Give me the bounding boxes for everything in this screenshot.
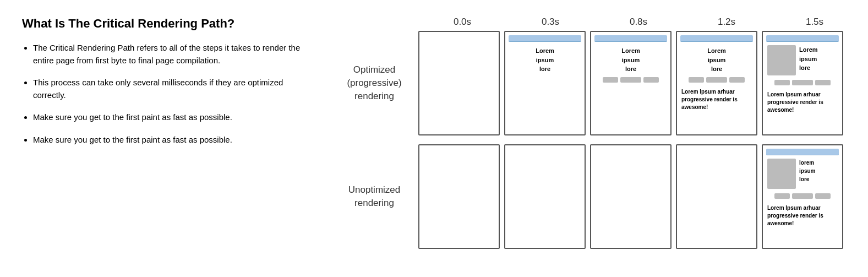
optimized-frames: Loremipsumlore Loremipsumlore Loremipsum… <box>418 31 843 135</box>
frame-body-text: Lorem Ipsum arhuar progressive render is… <box>677 86 756 113</box>
blue-bar <box>766 149 839 155</box>
optimized-frame-3: Loremipsumlore Lorem Ipsum arhuar progre… <box>676 31 757 135</box>
frame-text: Loremipsumlore <box>799 45 818 75</box>
placeholder-block <box>815 80 831 85</box>
placeholder-block <box>689 77 704 83</box>
unoptimized-frame-4: loremipsumlore Lorem Ipsum arhuar progre… <box>762 144 843 249</box>
bullet-item-3: Make sure you get to the first paint as … <box>33 111 308 124</box>
placeholder-block <box>620 77 641 83</box>
optimized-row: Optimized(progressive)rendering Loremips… <box>330 31 859 135</box>
left-panel: What Is The Critical Rendering Path? The… <box>22 17 330 156</box>
page-title: What Is The Critical Rendering Path? <box>22 17 308 31</box>
frame-text: Loremipsumlore <box>677 44 756 74</box>
blue-bar <box>509 35 581 42</box>
time-label-0: 0.0s <box>418 17 506 28</box>
timeline-header: 0.0s 0.3s 0.8s 1.2s 1.5s <box>330 17 859 28</box>
unoptimized-frame-0 <box>418 144 500 249</box>
placeholder-block <box>774 80 790 85</box>
placeholder-blocks <box>591 74 670 86</box>
bullet-item-2: This process can take only several milli… <box>33 77 308 101</box>
placeholder-block <box>815 193 831 199</box>
frame-text: loremipsumlore <box>799 159 815 189</box>
unoptimized-frame-1 <box>504 144 586 249</box>
placeholder-block <box>643 77 659 83</box>
frame-text: Loremipsumlore <box>505 44 585 74</box>
placeholder-block <box>603 77 618 83</box>
unoptimized-row: Unoptimizedrendering loremipsumlore <box>330 144 859 249</box>
time-label-3: 1.2s <box>683 17 771 28</box>
placeholder-block <box>792 193 813 199</box>
right-panel: 0.0s 0.3s 0.8s 1.2s 1.5s Optimized(progr… <box>330 17 859 249</box>
placeholder-blocks <box>763 77 842 89</box>
optimized-label: Optimized(progressive)rendering <box>330 63 418 102</box>
placeholder-block <box>729 77 745 83</box>
unoptimized-frames: loremipsumlore Lorem Ipsum arhuar progre… <box>418 144 843 249</box>
time-label-1: 0.3s <box>506 17 594 28</box>
gray-image <box>767 159 796 189</box>
optimized-frame-0 <box>418 31 500 135</box>
unoptimized-frame-2 <box>590 144 672 249</box>
frame-text: Loremipsumlore <box>591 44 670 74</box>
unoptimized-frame-3 <box>676 144 757 249</box>
time-label-4: 1.5s <box>771 17 859 28</box>
placeholder-block <box>792 80 813 85</box>
optimized-frame-4: Loremipsumlore Lorem Ipsum arhuar progre… <box>762 31 843 135</box>
unoptimized-label: Unoptimizedrendering <box>330 183 418 210</box>
bullet-list: The Critical Rendering Path refers to al… <box>22 42 308 146</box>
optimized-frame-1: Loremipsumlore <box>504 31 586 135</box>
blue-bar <box>766 35 839 42</box>
bullet-item-1: The Critical Rendering Path refers to al… <box>33 42 308 67</box>
gray-image <box>767 45 796 75</box>
placeholder-block <box>774 193 790 199</box>
placeholder-blocks <box>763 190 842 202</box>
placeholder-block <box>706 77 727 83</box>
blue-bar <box>594 35 667 42</box>
time-label-2: 0.8s <box>594 17 683 28</box>
bullet-item-4: Make sure you get to the first paint as … <box>33 134 308 146</box>
frame-body-text: Lorem Ipsum arhuar progressive render is… <box>763 202 842 230</box>
frame-body-text: Lorem Ipsum arhuar progressive render is… <box>763 89 842 116</box>
placeholder-blocks <box>677 74 756 86</box>
rows-container: Optimized(progressive)rendering Loremips… <box>330 31 859 249</box>
optimized-frame-2: Loremipsumlore <box>590 31 672 135</box>
blue-bar <box>680 35 753 42</box>
